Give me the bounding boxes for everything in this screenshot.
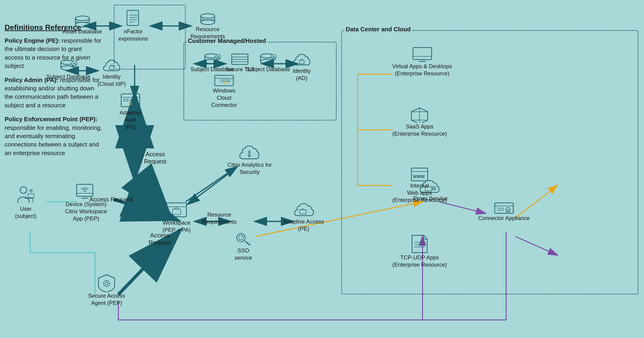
- agent-icon: [96, 274, 117, 292]
- svg-point-39: [76, 22, 90, 27]
- saas-apps-label: SaaS Apps(Enterprise Resource): [392, 123, 447, 137]
- identity-ad-label: Identity(AD): [293, 67, 310, 82]
- adaptive-auth-node: AdaptiveAuth(PE): [120, 93, 141, 131]
- analytics-cloud-icon: [238, 144, 261, 161]
- diagram-container: Definitions Reference Policy Engine (PE)…: [0, 0, 644, 338]
- virtual-apps-node: Virtual Apps & Desktops(Enterprise Resou…: [392, 46, 452, 77]
- svg-point-85: [249, 156, 250, 158]
- svg-rect-100: [76, 184, 93, 196]
- resource-requirements-bot-node: ResourceRequirements: [202, 211, 236, 225]
- svg-point-110: [239, 235, 243, 240]
- workspace-icon: [166, 202, 188, 219]
- workspace-label: Workspace(PEP + PA): [162, 219, 190, 233]
- monitor-icon: [412, 46, 433, 63]
- svg-point-115: [105, 282, 108, 285]
- windows-cloud-connector-node: WindowsCloudConnector: [211, 74, 237, 109]
- adaptive-access-icon: [293, 202, 314, 218]
- asset-database-node: Asset Database: [63, 15, 102, 35]
- definition-pe-term: Policy Engine (PE):: [5, 37, 60, 44]
- svg-point-43: [201, 20, 215, 24]
- svg-text:WWW: WWW: [413, 174, 425, 179]
- svg-rect-108: [300, 210, 306, 214]
- sso-service-label: SSOservice: [234, 247, 252, 261]
- data-center-box: Data Center and Cloud: [341, 30, 638, 294]
- sso-service-node: SSOservice: [234, 232, 252, 261]
- db-lock-icon-left: [59, 59, 78, 73]
- tcp-udp-node: TCP-UDP Apps(Enterprise Resource): [392, 234, 447, 268]
- cloud-lock-icon-ad: [292, 52, 311, 67]
- svg-point-65: [205, 59, 218, 63]
- svg-rect-107: [172, 209, 180, 215]
- auth-server-icon: [120, 93, 141, 109]
- citrix-analytics-node: Citrix Analytics forSecurity: [228, 144, 272, 175]
- internal-web-label: InternalWeb apps(Enterprise Resource): [392, 182, 447, 204]
- www-icon: WWW: [410, 167, 429, 182]
- definition-pep: Policy Enforcement Point (PEP): responsi…: [5, 115, 102, 157]
- secure-access-agent-node: Secure AccessAgent (PEP): [88, 274, 125, 307]
- connector-appliance-node: Connector Appliance: [478, 202, 530, 222]
- connector-appliance-label: Connector Appliance: [478, 214, 530, 222]
- svg-point-60: [129, 102, 132, 105]
- data-center-label: Data Center and Cloud: [344, 26, 412, 33]
- device-label: Device (System)Citrix WorkspaceApp (PEP): [65, 200, 107, 222]
- database-icon: [74, 15, 90, 28]
- svg-point-93: [506, 207, 510, 212]
- subject-database-right-node: Subject Database: [246, 53, 290, 73]
- secure-access-agent-label: Secure AccessAgent (PEP): [88, 292, 125, 307]
- svg-point-104: [84, 190, 86, 192]
- access-request-bottom-label: AccessRequest: [148, 232, 171, 246]
- svg-point-52: [61, 66, 74, 70]
- windows-cloud-connector-label: WindowsCloudConnector: [211, 87, 237, 109]
- user-icon: [16, 185, 35, 205]
- workspace-node: Workspace(PEP + PA): [162, 202, 190, 233]
- svg-point-109: [237, 233, 245, 242]
- db-lock-icon-right: [259, 53, 278, 66]
- virtual-apps-label: Virtual Apps & Desktops(Enterprise Resou…: [392, 63, 452, 77]
- definition-pa: Policy Admin (PA): responsible for estab…: [5, 76, 102, 110]
- access-request-left-label: Access Request: [90, 196, 133, 203]
- svg-rect-58: [124, 99, 128, 101]
- access-request-top-label: AccessRequest: [144, 151, 166, 165]
- identity-cloud-label: Identity(Cloud IdP): [98, 73, 126, 87]
- definition-pep-term: Policy Enforcement Point (PEP):: [5, 116, 98, 123]
- cloud-lock-icon: [102, 58, 121, 73]
- svg-point-99: [31, 191, 32, 192]
- svg-point-95: [20, 187, 27, 193]
- connector-appliance-icon: [494, 202, 514, 214]
- citrix-analytics-label: Citrix Analytics forSecurity: [228, 161, 272, 175]
- document-icon: [125, 9, 142, 28]
- key-icon: [235, 232, 252, 247]
- svg-point-76: [224, 82, 226, 84]
- svg-line-61: [129, 103, 129, 104]
- resource-requirements-top-label: ResourceRequirements: [190, 25, 225, 40]
- asset-database-label: Asset Database: [63, 28, 102, 35]
- user-node: User(subject): [15, 185, 36, 219]
- definitions-panel: Definitions Reference Policy Engine (PE)…: [5, 23, 102, 163]
- subject-database-right-label: Subject Database: [246, 66, 290, 73]
- nfactor-doc-label: nFactorexpressions: [118, 28, 148, 42]
- svg-rect-55: [109, 66, 114, 70]
- svg-marker-84: [248, 150, 250, 156]
- svg-marker-131: [412, 235, 427, 253]
- tcp-udp-label: TCP-UDP Apps(Enterprise Resource): [392, 254, 447, 268]
- svg-point-40: [201, 14, 215, 18]
- user-label: User(subject): [15, 205, 36, 219]
- nfactor-doc-node: nFactorexpressions: [118, 9, 148, 42]
- identity-ad-node: Identity(AD): [292, 52, 311, 82]
- svg-rect-59: [130, 99, 135, 101]
- svg-rect-72: [215, 75, 233, 86]
- svg-line-16: [139, 178, 165, 213]
- svg-rect-44: [127, 10, 138, 25]
- connector-icon: [214, 74, 234, 87]
- document-fold-icon: [411, 234, 428, 254]
- svg-rect-83: [300, 60, 304, 64]
- svg-point-35: [76, 16, 90, 21]
- subject-database-left-label: Subject Database: [46, 73, 90, 80]
- svg-rect-98: [28, 193, 34, 198]
- adaptive-auth-label: AdaptiveAuth(PE): [120, 109, 141, 131]
- internal-web-node: WWW InternalWeb apps(Enterprise Resource…: [392, 167, 447, 204]
- db-lock-icon-mid: [203, 53, 222, 66]
- subject-database-left-node: Subject Database: [46, 59, 90, 80]
- adaptive-access-label: Adaptive Access(PE): [283, 218, 324, 232]
- resource-requirements-bot-label: ResourceRequirements: [202, 211, 236, 225]
